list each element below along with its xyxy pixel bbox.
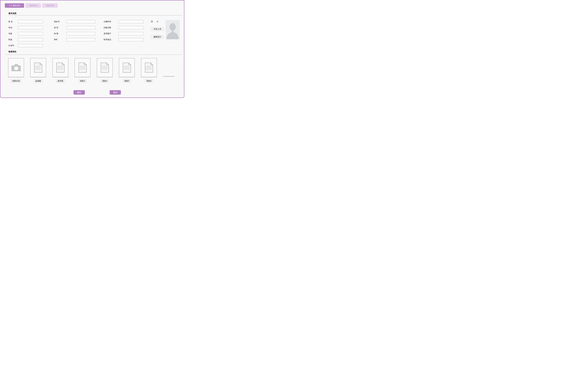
camera-icon (11, 63, 21, 72)
section-title-reports: 检查报告 (9, 50, 16, 53)
bmi-input[interactable] (66, 38, 95, 41)
height-label: 身 高 (54, 26, 66, 29)
dotted-ellipsis-icon (163, 74, 175, 77)
form-column-2: 就诊号身 高体 重BMI (54, 20, 95, 44)
report-chip-report-5[interactable]: 报告5 (123, 79, 131, 83)
weight-input[interactable] (66, 32, 95, 35)
report-chip-report-3[interactable]: 报告3 (78, 79, 87, 83)
report-chip-pelvic-floor-magnetic[interactable]: 盆底磁 (34, 79, 43, 83)
report-item-report-4: 报告4 (97, 58, 113, 83)
visit-no-row: 就诊号 (54, 20, 95, 23)
contact-phone-input[interactable] (118, 38, 144, 41)
tab-training-evaluation[interactable]: 训练评估 (25, 3, 41, 8)
visit-no-label: 就诊号 (54, 20, 66, 23)
weight-row: 体 重 (54, 32, 95, 35)
form-column-1: 姓 名性别年龄民族社保号 (9, 20, 43, 50)
height-input[interactable] (66, 26, 95, 29)
delivery-time-label: 分娩时间 (103, 20, 118, 23)
document-icon (100, 62, 109, 73)
natural-delivery-input[interactable] (118, 32, 144, 35)
basic-info-divider (9, 15, 182, 16)
tab-bar: 个人基本信息训练评估训练方案 (5, 3, 58, 8)
report-card-photo-recognition[interactable] (8, 58, 24, 77)
name-row: 姓 名 (9, 20, 43, 23)
gender-input[interactable] (18, 26, 43, 29)
name-label: 姓 名 (9, 20, 18, 23)
report-card-report-5[interactable] (119, 58, 135, 77)
age-input[interactable] (18, 32, 43, 35)
weight-label: 体 重 (54, 32, 66, 35)
document-icon (123, 62, 131, 73)
patient-info-page: 个人基本信息训练评估训练方案 基本信息 姓 名性别年龄民族社保号 就诊号身 高体… (0, 0, 184, 98)
reports-divider (5, 54, 182, 55)
pregnancy-count-row: 妊娠次数 (103, 26, 143, 29)
report-item-pelvic-floor-magnetic: 盆底磁 (30, 58, 46, 83)
photo-label: 照 片 (151, 20, 158, 23)
report-item-photo-recognition: 拍照识别 (8, 58, 24, 83)
gender-row: 性别 (9, 26, 43, 29)
document-icon (34, 62, 42, 73)
social-security-no-input[interactable] (18, 44, 43, 47)
ethnicity-label: 民族 (9, 39, 18, 41)
report-item-blood-routine: 血常规 (52, 58, 68, 83)
document-icon (145, 62, 153, 73)
report-card-report-3[interactable] (74, 58, 91, 77)
pregnancy-count-input[interactable] (118, 26, 144, 29)
form-column-3: 分娩时间妊娠次数是否顺产联系电话 (103, 20, 143, 44)
contact-phone-label: 联系电话 (103, 39, 118, 41)
report-chip-report-6[interactable]: 报告6 (145, 79, 153, 83)
confirm-button[interactable]: 确定 (73, 90, 85, 95)
report-chip-photo-recognition[interactable]: 拍照识别 (10, 79, 22, 83)
social-security-no-row: 社保号 (9, 44, 43, 47)
report-card-blood-routine[interactable] (52, 58, 68, 77)
tab-training-plan[interactable]: 训练方案 (42, 3, 58, 8)
pregnancy-count-label: 妊娠次数 (103, 26, 118, 29)
ethnicity-row: 民族 (9, 38, 43, 41)
height-row: 身 高 (54, 26, 95, 29)
delete-photo-button[interactable]: 删除照片 (151, 35, 164, 39)
document-icon (56, 62, 65, 73)
report-card-pelvic-floor-magnetic[interactable] (30, 58, 46, 77)
report-item-report-5: 报告5 (119, 58, 135, 83)
back-button[interactable]: 返回 (110, 90, 121, 95)
report-item-report-6: 报告6 (141, 58, 157, 83)
age-label: 年龄 (9, 32, 18, 35)
report-card-report-6[interactable] (141, 58, 157, 77)
report-item-report-3: 报告3 (74, 58, 91, 83)
natural-delivery-row: 是否顺产 (103, 32, 143, 35)
section-title-basic-info: 基本信息 (9, 12, 16, 15)
social-security-no-label: 社保号 (9, 44, 18, 47)
natural-delivery-label: 是否顺产 (103, 32, 118, 35)
photo-preview (165, 20, 180, 39)
visit-no-input[interactable] (66, 20, 95, 23)
bmi-label: BMI (54, 39, 66, 41)
bmi-row: BMI (54, 38, 95, 41)
report-chip-blood-routine[interactable]: 血常规 (56, 79, 65, 83)
document-icon (78, 62, 87, 73)
report-chip-report-4[interactable]: 报告4 (101, 79, 109, 83)
delivery-time-row: 分娩时间 (103, 20, 143, 23)
delivery-time-input[interactable] (118, 20, 144, 23)
ethnicity-input[interactable] (18, 38, 43, 41)
local-upload-button[interactable]: 本地上传 (151, 27, 164, 31)
report-card-report-4[interactable] (97, 58, 113, 77)
age-row: 年龄 (9, 32, 43, 35)
tab-personal-basic-info[interactable]: 个人基本信息 (5, 3, 24, 8)
name-input[interactable] (18, 20, 43, 23)
gender-label: 性别 (9, 26, 18, 29)
person-silhouette-icon (165, 20, 180, 39)
contact-phone-row: 联系电话 (103, 38, 143, 41)
